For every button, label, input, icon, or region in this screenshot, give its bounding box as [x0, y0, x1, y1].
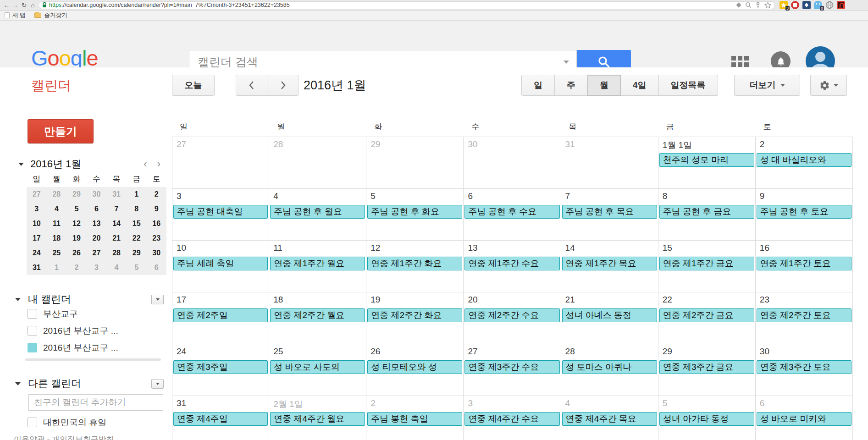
day-cell[interactable]: 6성 바오로 미키와 [756, 396, 853, 440]
minical-day[interactable]: 4 [47, 202, 67, 216]
day-cell[interactable]: 28 [269, 137, 366, 189]
day-cell[interactable]: 5성녀 아가타 동정 [658, 396, 756, 440]
minical-day[interactable]: 30 [146, 246, 166, 260]
day-cell[interactable]: 22연중 제2주간 금요 [658, 292, 756, 344]
event-chip[interactable]: 주님 세례 축일 [173, 257, 268, 270]
minical-day[interactable]: 27 [87, 246, 107, 260]
day-cell[interactable]: 20연중 제2주간 수요 [464, 292, 561, 344]
minical-day[interactable]: 9 [146, 202, 166, 216]
day-cell[interactable]: 27연중 제3주간 수요 [464, 344, 561, 396]
minical-day[interactable]: 6 [87, 202, 107, 216]
other-calendars-menu-button[interactable] [151, 379, 164, 389]
star-extension-icon[interactable]: 3 [780, 1, 788, 9]
event-chip[interactable]: 연중 제4주간 수요 [464, 412, 559, 426]
minical-day[interactable]: 17 [27, 231, 47, 246]
calendar-list-item[interactable]: 2016년 부산교구 ... [0, 340, 172, 355]
day-cell[interactable]: 30 [464, 137, 561, 189]
event-chip[interactable]: 천주의 성모 마리 [659, 153, 754, 167]
minical-day[interactable]: 13 [87, 216, 107, 231]
create-button[interactable]: 만들기 [28, 119, 94, 143]
footer-links[interactable]: 이용약관 - 개인정보취급방침 [14, 434, 114, 440]
add-friend-calendar-input[interactable] [28, 394, 163, 411]
day-cell[interactable]: 15연중 제1주간 금요 [658, 241, 756, 292]
day-cell[interactable]: 7주님 공현 후 목요 [561, 189, 658, 241]
minical-day[interactable]: 1 [127, 187, 147, 202]
google-logo[interactable]: Google [31, 45, 98, 71]
minical-day[interactable]: 4 [106, 260, 127, 275]
event-chip[interactable]: 성 바오로 사도의 [270, 360, 365, 374]
day-cell[interactable]: 3주님 공현 대축일 [172, 189, 269, 241]
day-cell[interactable]: 1월 1일천주의 성모 마리 [658, 137, 756, 189]
calendar-list-item[interactable]: 대한민국의 휴일 [0, 415, 172, 430]
minical-day[interactable]: 29 [66, 187, 87, 202]
day-cell[interactable]: 11연중 제1주간 월요 [269, 241, 366, 292]
day-cell[interactable]: 4연중 제4주간 목요 [561, 396, 658, 440]
prev-button[interactable] [236, 75, 267, 96]
day-cell[interactable]: 25성 바오로 사도의 [269, 344, 366, 396]
event-chip[interactable]: 연중 제3주일 [173, 360, 268, 374]
calendar-list-item[interactable]: 2016년 부산교구 ... [0, 323, 172, 338]
event-chip[interactable]: 주님 공현 후 금요 [659, 205, 754, 219]
event-chip[interactable]: 연중 제3주간 토요 [757, 360, 851, 374]
calendar-list-item[interactable]: 부산교구 [0, 306, 172, 321]
ghost-extension-icon[interactable]: 0 [814, 1, 822, 9]
event-chip[interactable]: 연중 제1주간 월요 [270, 257, 365, 270]
day-cell[interactable]: 19연중 제2주간 화요 [366, 292, 464, 344]
event-chip[interactable]: 연중 제1주간 수요 [464, 257, 559, 270]
address-bar[interactable]: https://calendar.google.com/calendar/ren… [39, 1, 775, 9]
day-cell[interactable]: 27 [172, 137, 269, 189]
event-chip[interactable]: 연중 제1주간 토요 [757, 257, 851, 270]
day-cell[interactable]: 29 [366, 137, 464, 189]
day-cell[interactable]: 14연중 제1주간 목요 [561, 241, 658, 292]
event-chip[interactable]: 연중 제4주간 목요 [562, 412, 657, 426]
event-chip[interactable]: 주님 공현 후 목요 [562, 205, 657, 219]
minical-day[interactable]: 5 [66, 202, 87, 216]
day-cell[interactable]: 4주님 공현 후 월요 [269, 189, 366, 241]
minical-day[interactable]: 31 [106, 187, 127, 202]
minical-day[interactable]: 10 [27, 216, 47, 231]
event-chip[interactable]: 성 대 바실리오와 [757, 153, 851, 167]
day-cell[interactable]: 24연중 제3주일 [172, 344, 269, 396]
day-cell[interactable]: 17연중 제2주일 [172, 292, 269, 344]
view-button[interactable]: 월 [587, 75, 621, 96]
zoom-icon[interactable] [745, 2, 752, 8]
event-chip[interactable]: 성 티모테오와 성 [367, 360, 462, 374]
event-chip[interactable]: 연중 제2주간 토요 [757, 308, 851, 322]
collapse-triangle-icon[interactable] [15, 298, 21, 301]
day-cell[interactable]: 5주님 공현 후 화요 [366, 189, 464, 241]
minical-day[interactable]: 8 [127, 202, 147, 216]
minical-day[interactable]: 2 [146, 187, 166, 202]
day-cell[interactable]: 9주님 공현 후 토요 [756, 189, 853, 241]
minical-day[interactable]: 22 [127, 231, 147, 246]
day-cell[interactable]: 2주님 봉헌 축일 [366, 396, 464, 440]
reload-icon[interactable]: ↻ [20, 1, 28, 10]
my-calendars-menu-button[interactable] [151, 295, 164, 304]
event-chip[interactable]: 연중 제2주간 화요 [367, 308, 462, 322]
day-cell[interactable]: 12연중 제1주간 화요 [366, 241, 464, 292]
day-cell[interactable]: 2성 대 바실리오와 [756, 137, 853, 189]
view-button[interactable]: 일 [521, 75, 555, 96]
minical-day[interactable]: 26 [66, 246, 87, 260]
next-button[interactable] [267, 75, 299, 96]
event-chip[interactable]: 주님 공현 후 월요 [270, 205, 365, 219]
minical-day[interactable]: 16 [146, 216, 166, 231]
key-icon[interactable] [755, 2, 761, 8]
event-chip[interactable]: 주님 공현 후 수요 [464, 205, 559, 219]
minical-day[interactable]: 3 [87, 260, 107, 275]
event-chip[interactable]: 연중 제4주일 [173, 412, 268, 426]
minical-day[interactable]: 2 [66, 260, 87, 275]
event-chip[interactable]: 주님 공현 후 토요 [757, 205, 851, 219]
event-chip[interactable]: 연중 제1주간 화요 [367, 257, 462, 270]
calendar-color-box[interactable] [28, 326, 37, 336]
day-cell[interactable]: 29연중 제3주간 금요 [658, 344, 756, 396]
minical-day[interactable]: 18 [47, 231, 67, 246]
minical-prev-icon[interactable]: ‹ [144, 160, 147, 168]
minical-day[interactable]: 19 [66, 231, 87, 246]
day-cell[interactable]: 26성 티모테오와 성 [366, 344, 464, 396]
minical-day[interactable]: 11 [47, 216, 67, 231]
minical-day[interactable]: 15 [127, 216, 147, 231]
minical-day[interactable]: 5 [127, 260, 147, 275]
event-chip[interactable]: 연중 제4주간 월요 [270, 412, 365, 426]
day-cell[interactable]: 21성녀 아녜스 동정 [561, 292, 658, 344]
event-chip[interactable]: 주님 봉헌 축일 [367, 412, 462, 426]
